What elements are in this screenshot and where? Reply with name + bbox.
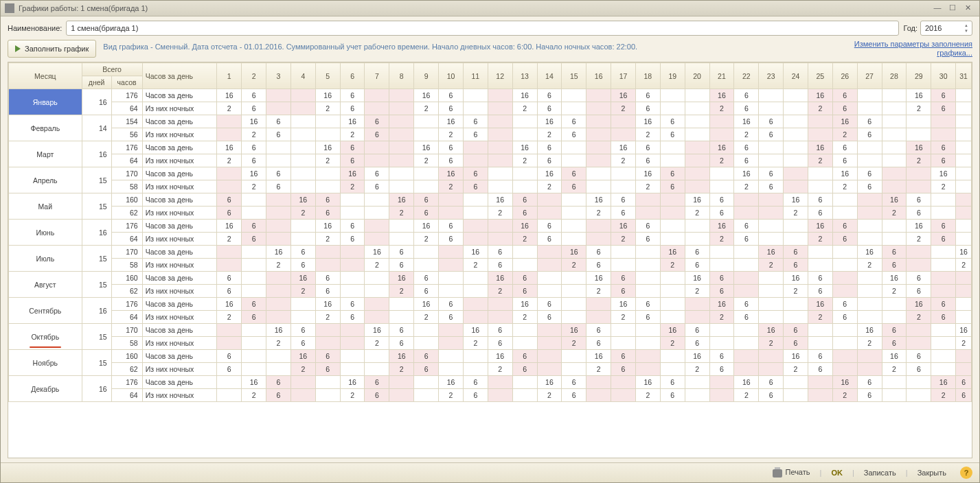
day-cell[interactable] [562,311,586,324]
day-cell[interactable]: 2 [808,154,832,167]
day-cell[interactable]: 2 [217,154,242,167]
day-cell[interactable] [266,350,291,363]
day-cell[interactable] [832,337,857,350]
day-cell[interactable]: 6 [709,363,734,376]
day-cell[interactable]: 2 [439,389,464,402]
day-cell[interactable]: 2 [635,180,660,193]
name-input[interactable]: 1 смена(бригада 1) [66,21,899,36]
day-cell[interactable] [365,272,389,285]
day-cell[interactable] [242,285,266,298]
day-cell[interactable] [931,259,956,272]
day-cell[interactable] [784,389,808,402]
day-cell[interactable] [660,272,685,285]
day-cell[interactable]: 6 [709,207,734,220]
day-cell[interactable]: 16 [512,220,537,233]
day-cell[interactable] [488,376,512,389]
table-row[interactable]: 64Из них ночных2626262626262626 [9,389,972,402]
day-cell[interactable] [931,193,956,207]
day-cell[interactable] [832,350,857,363]
day-cell[interactable] [217,389,242,402]
day-cell[interactable]: 2 [832,389,857,402]
day-cell[interactable]: 6 [907,207,931,220]
day-cell[interactable] [759,89,784,102]
day-cell[interactable] [242,337,266,350]
day-cell[interactable] [685,89,709,102]
day-cell[interactable]: 16 [586,193,611,207]
day-cell[interactable]: 6 [931,311,956,324]
day-cell[interactable]: 16 [266,324,291,337]
day-cell[interactable]: 6 [635,89,660,102]
day-cell[interactable] [266,89,291,102]
day-cell[interactable]: 6 [685,337,709,350]
day-cell[interactable]: 6 [586,324,611,337]
day-cell[interactable] [414,167,439,180]
day-cell[interactable]: 6 [931,220,956,233]
day-cell[interactable]: 6 [562,376,586,389]
day-cell[interactable] [857,89,882,102]
day-cell[interactable]: 6 [365,115,389,128]
day-cell[interactable]: 2 [734,389,759,402]
day-cell[interactable]: 6 [685,259,709,272]
day-cell[interactable]: 6 [439,154,464,167]
day-cell[interactable] [389,141,414,154]
day-cell[interactable]: 6 [734,141,759,154]
day-cell[interactable] [586,180,611,193]
day-cell[interactable]: 2 [956,337,972,350]
day-cell[interactable] [857,193,882,207]
day-cell[interactable] [882,167,907,180]
day-cell[interactable]: 6 [315,350,340,363]
day-cell[interactable] [956,298,972,311]
day-cell[interactable]: 16 [242,376,266,389]
day-cell[interactable]: 6 [784,337,808,350]
day-cell[interactable] [315,246,340,259]
day-cell[interactable]: 6 [635,298,660,311]
day-cell[interactable] [488,141,512,154]
day-cell[interactable] [784,180,808,193]
day-cell[interactable] [734,350,759,363]
day-cell[interactable]: 16 [784,350,808,363]
day-cell[interactable] [882,115,907,128]
day-cell[interactable] [439,324,464,337]
day-cell[interactable] [734,272,759,285]
day-cell[interactable]: 6 [242,89,266,102]
day-cell[interactable] [611,389,636,402]
day-cell[interactable] [808,376,832,389]
day-cell[interactable] [439,363,464,376]
day-cell[interactable] [242,363,266,376]
day-cell[interactable] [365,285,389,298]
day-cell[interactable] [340,246,365,259]
day-cell[interactable] [931,324,956,337]
day-cell[interactable] [882,389,907,402]
day-cell[interactable]: 6 [488,324,512,337]
day-cell[interactable] [217,246,242,259]
day-cell[interactable] [660,285,685,298]
day-cell[interactable] [537,337,562,350]
day-cell[interactable] [389,89,414,102]
day-cell[interactable] [956,128,972,141]
day-cell[interactable]: 6 [611,285,636,298]
day-cell[interactable]: 6 [586,246,611,259]
day-cell[interactable] [586,389,611,402]
day-cell[interactable] [266,193,291,207]
day-cell[interactable]: 2 [439,180,464,193]
day-cell[interactable]: 6 [389,337,414,350]
day-cell[interactable]: 6 [315,363,340,376]
day-cell[interactable]: 16 [956,246,972,259]
day-cell[interactable] [290,167,315,180]
day-cell[interactable]: 6 [537,311,562,324]
day-cell[interactable]: 6 [832,311,857,324]
day-cell[interactable]: 6 [685,246,709,259]
day-cell[interactable]: 16 [414,298,439,311]
day-cell[interactable]: 6 [439,311,464,324]
day-cell[interactable] [217,376,242,389]
day-cell[interactable] [907,337,931,350]
day-cell[interactable]: 2 [537,389,562,402]
day-cell[interactable]: 6 [734,233,759,246]
day-cell[interactable]: 6 [832,220,857,233]
day-cell[interactable]: 2 [537,180,562,193]
day-cell[interactable]: 6 [340,141,365,154]
day-cell[interactable] [709,246,734,259]
day-cell[interactable] [537,259,562,272]
day-cell[interactable]: 16 [217,141,242,154]
day-cell[interactable]: 16 [290,272,315,285]
